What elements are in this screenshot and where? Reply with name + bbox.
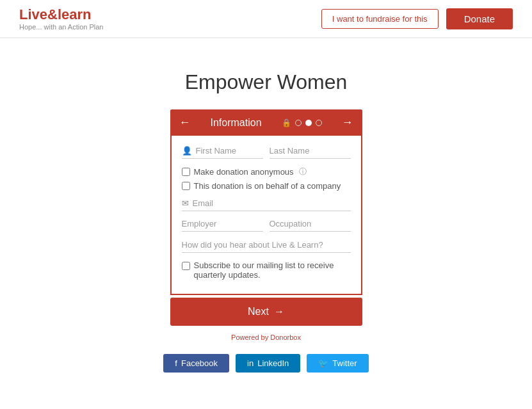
step-title: Information — [210, 117, 261, 129]
occupation-field — [270, 219, 351, 232]
how-hear-input[interactable] — [182, 240, 351, 253]
facebook-icon: f — [175, 358, 177, 368]
powered-by: Powered by Donorbox — [170, 333, 362, 341]
step-header: ← Information 🔒 → — [170, 109, 362, 136]
linkedin-button[interactable]: in LinkedIn — [236, 354, 300, 373]
anonymous-checkbox[interactable] — [182, 168, 190, 176]
subscribe-section: Subscribe to our mailing list to receive… — [182, 261, 351, 280]
first-name-wrapper: 👤 — [182, 146, 263, 159]
company-checkbox[interactable] — [182, 182, 190, 190]
name-row: 👤 — [182, 146, 351, 159]
how-hear-field — [182, 239, 351, 253]
header-actions: I want to fundraise for this Donate — [321, 8, 513, 29]
employer-occupation-row — [182, 219, 351, 232]
company-label: This donation is on behalf of a company — [194, 181, 341, 191]
info-icon: ⓘ — [299, 166, 307, 177]
email-input[interactable] — [193, 198, 351, 208]
next-arrow-icon: → — [274, 306, 284, 317]
donorbox-link[interactable]: Powered by Donorbox — [231, 333, 301, 341]
logo-text: Live&learn — [19, 6, 103, 23]
donate-button[interactable]: Donate — [446, 8, 513, 29]
lock-icon: 🔒 — [282, 118, 291, 127]
social-buttons: f Facebook in LinkedIn 🐦 Twitter — [163, 354, 368, 373]
linkedin-icon: in — [247, 358, 254, 368]
email-icon: ✉ — [182, 198, 189, 208]
company-checkbox-row[interactable]: This donation is on behalf of a company — [182, 181, 351, 191]
step-dot-2 — [305, 120, 312, 126]
header: Live&learn Hope... with an Action Plan I… — [0, 0, 532, 38]
last-name-field — [270, 146, 351, 159]
email-field: ✉ — [182, 198, 351, 211]
first-name-field: 👤 — [182, 146, 263, 159]
page-title: Empower Women — [185, 70, 348, 94]
subscribe-checkbox[interactable] — [182, 262, 190, 270]
back-arrow[interactable]: ← — [179, 116, 191, 129]
checkboxes-section: Make donation anonymous ⓘ This donation … — [182, 166, 351, 191]
step-dot-1 — [295, 120, 302, 126]
employer-input[interactable] — [182, 219, 263, 232]
email-wrapper: ✉ — [182, 198, 351, 211]
employer-field — [182, 219, 263, 232]
logo-live: Live — [19, 6, 47, 22]
facebook-button[interactable]: f Facebook — [163, 354, 229, 373]
person-icon: 👤 — [182, 146, 192, 156]
subscribe-checkbox-row[interactable]: Subscribe to our mailing list to receive… — [182, 261, 351, 280]
linkedin-label: LinkedIn — [257, 358, 289, 368]
logo-ampersand: & — [47, 6, 58, 22]
anonymous-label: Make donation anonymous — [194, 167, 294, 177]
forward-arrow[interactable]: → — [342, 116, 353, 129]
facebook-label: Facebook — [181, 358, 218, 368]
occupation-input[interactable] — [270, 219, 351, 232]
next-label: Next — [248, 306, 269, 317]
twitter-label: Twitter — [332, 358, 357, 368]
next-button[interactable]: Next → — [170, 298, 362, 326]
form-card: ← Information 🔒 → 👤 — [170, 109, 362, 341]
last-name-input[interactable] — [270, 146, 351, 156]
twitter-icon: 🐦 — [318, 358, 328, 368]
first-name-input[interactable] — [196, 146, 263, 156]
step-indicators: 🔒 — [282, 118, 322, 127]
last-name-wrapper — [270, 146, 351, 159]
logo-tagline: Hope... with an Action Plan — [19, 23, 103, 31]
step-dot-3 — [316, 120, 322, 126]
main-content: Empower Women ← Information 🔒 → 👤 — [0, 51, 532, 385]
anonymous-checkbox-row[interactable]: Make donation anonymous ⓘ — [182, 166, 351, 177]
twitter-button[interactable]: 🐦 Twitter — [307, 354, 368, 373]
logo: Live&learn Hope... with an Action Plan — [19, 6, 103, 31]
form-body: 👤 Make donation anonymous ⓘ — [170, 136, 362, 295]
subscribe-label: Subscribe to our mailing list to receive… — [194, 261, 351, 280]
logo-learn: learn — [58, 6, 92, 22]
fundraise-button[interactable]: I want to fundraise for this — [321, 9, 439, 29]
